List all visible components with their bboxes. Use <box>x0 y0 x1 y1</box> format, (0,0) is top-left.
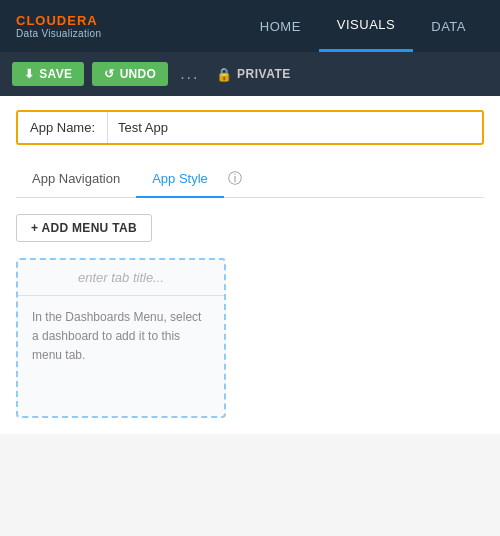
tabs-row: App Navigation App Style ⓘ <box>16 161 484 198</box>
tab-app-navigation[interactable]: App Navigation <box>16 161 136 198</box>
tab-app-style[interactable]: App Style <box>136 161 224 198</box>
add-menu-tab-button[interactable]: + ADD MENU TAB <box>16 214 152 242</box>
lock-icon: 🔒 <box>216 67 233 82</box>
privacy-indicator: 🔒 PRIVATE <box>216 67 291 82</box>
privacy-label: PRIVATE <box>237 67 291 81</box>
undo-label: UNDO <box>120 67 157 81</box>
tab-info-icon[interactable]: ⓘ <box>228 170 242 188</box>
tab-card-body: In the Dashboards Menu, select a dashboa… <box>18 296 224 378</box>
top-navigation: CLOUDERA Data Visualization HOME VISUALS… <box>0 0 500 52</box>
toolbar: ⬇ SAVE ↺ UNDO ... 🔒 PRIVATE <box>0 52 500 96</box>
tab-card-description: In the Dashboards Menu, select a dashboa… <box>32 308 210 366</box>
brand-name-highlight: CLOUDERA <box>16 13 98 28</box>
menu-tab-card: In the Dashboards Menu, select a dashboa… <box>16 258 226 418</box>
content-area: App Name: App Navigation App Style ⓘ + A… <box>0 96 500 434</box>
app-name-input[interactable] <box>107 112 482 143</box>
undo-button[interactable]: ↺ UNDO <box>92 62 168 86</box>
nav-data[interactable]: DATA <box>413 0 484 52</box>
add-menu-tab-label: + ADD MENU TAB <box>31 221 137 235</box>
logo-area: CLOUDERA Data Visualization <box>16 13 101 39</box>
save-label: SAVE <box>39 67 72 81</box>
brand-subtitle: Data Visualization <box>16 28 101 39</box>
nav-links: HOME VISUALS DATA <box>242 0 484 52</box>
save-button[interactable]: ⬇ SAVE <box>12 62 84 86</box>
app-name-label: App Name: <box>18 112 107 143</box>
more-options-button[interactable]: ... <box>176 65 203 83</box>
undo-icon: ↺ <box>104 67 114 81</box>
app-name-row: App Name: <box>16 110 484 145</box>
save-icon: ⬇ <box>24 67 34 81</box>
nav-home[interactable]: HOME <box>242 0 319 52</box>
tab-title-input[interactable] <box>18 260 224 296</box>
nav-visuals[interactable]: VISUALS <box>319 0 413 52</box>
brand-logo: CLOUDERA <box>16 13 101 28</box>
